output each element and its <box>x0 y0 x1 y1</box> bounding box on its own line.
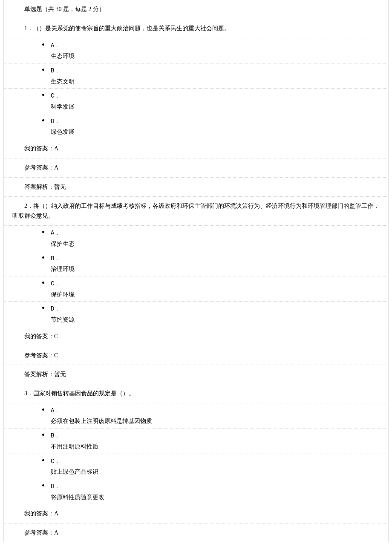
section-header: 单选题（共 30 题，每题 2 分） <box>4 0 388 19</box>
ref-answer-label: 参考答案： <box>24 352 54 359</box>
option-row: B． 生态文明 <box>4 63 388 89</box>
question-number: 1． <box>24 25 33 32</box>
option-content: C． 保护环境 <box>46 276 388 301</box>
question-stem: 国家对销售转基因食品的规定是（）。 <box>33 390 135 397</box>
question-text: 1．（）是关系党的使命宗旨的重大政治问题，也是关系民生的重大社会问题。 <box>4 19 388 38</box>
option-letter: A． <box>51 40 388 52</box>
option-letter: B． <box>51 430 388 442</box>
question-stem: 将（）纳入政府的工作目标与成绩考核指标，各级政府和环保主管部门的环境决策行为、经… <box>12 203 379 219</box>
answer-analysis: 答案解析：暂无 <box>4 178 388 197</box>
option-letter: C． <box>51 90 388 102</box>
question-number: 3． <box>24 390 33 397</box>
my-answer: 我的答案：A <box>4 504 388 523</box>
option-content: D． 绿色发展 <box>46 114 388 139</box>
question-stem: （）是关系党的使命宗旨的重大政治问题，也是关系民生的重大社会问题。 <box>33 25 230 32</box>
question-text: 3．国家对销售转基因食品的规定是（）。 <box>4 384 388 403</box>
question-number: 2． <box>24 203 33 209</box>
analysis-label: 答案解析： <box>24 184 54 190</box>
option-letter: C． <box>51 278 388 290</box>
my-answer-value: A <box>54 145 58 152</box>
option-text: 生态文明 <box>51 77 388 87</box>
option-text: 生态环境 <box>51 51 388 61</box>
option-content: C． 贴上绿色产品标识 <box>46 454 388 479</box>
ref-answer: 参考答案：C <box>4 346 388 365</box>
ref-answer-value: A <box>54 164 58 171</box>
option-text: 贴上绿色产品标识 <box>51 467 388 477</box>
option-letter: B． <box>51 65 388 77</box>
option-content: A． 必须在包装上注明该原料是转基因物质 <box>46 403 388 428</box>
option-content: B． 治理环境 <box>46 251 388 276</box>
question-text: 2．将（）纳入政府的工作目标与成绩考核指标，各级政府和环保主管部门的环境决策行为… <box>4 197 388 226</box>
option-letter: A． <box>51 227 388 239</box>
option-content: A． 保护生态 <box>46 226 388 250</box>
answer-analysis: 答案解析：暂无 <box>4 365 388 384</box>
option-letter: D． <box>51 481 388 492</box>
option-content: B． 不用注明原料性质 <box>46 428 388 453</box>
ref-answer: 参考答案：A <box>4 158 388 178</box>
option-letter: D． <box>51 303 388 315</box>
option-content: A． 生态环境 <box>46 38 388 63</box>
option-row: D． 绿色发展 <box>4 114 388 139</box>
option-text: 保护环境 <box>51 290 388 300</box>
option-letter: B． <box>51 253 388 265</box>
option-letter: D． <box>51 116 388 127</box>
option-row: D． 节约资源 <box>4 302 388 327</box>
option-letter: C． <box>51 456 388 467</box>
option-text: 治理环境 <box>51 264 388 274</box>
option-content: D． 将原料性质随意更改 <box>46 479 388 504</box>
option-content: D． 节约资源 <box>46 302 388 326</box>
my-answer: 我的答案：C <box>4 327 388 346</box>
option-row: C． 科学发展 <box>4 89 388 114</box>
option-row: D． 将原料性质随意更改 <box>4 479 388 504</box>
option-row: B． 不用注明原料性质 <box>4 428 388 454</box>
my-answer: 我的答案：A <box>4 139 388 158</box>
analysis-label: 答案解析： <box>24 371 54 377</box>
option-content: C． 科学发展 <box>46 89 388 113</box>
option-text: 节约资源 <box>51 315 388 325</box>
my-answer-value: C <box>54 333 58 339</box>
option-text: 科学发展 <box>51 102 388 112</box>
option-letter: A． <box>51 405 388 417</box>
my-answer-value: A <box>54 510 58 517</box>
option-row: C． 保护环境 <box>4 276 388 302</box>
option-row: A． 生态环境 <box>4 38 388 63</box>
option-content: B． 生态文明 <box>46 63 388 88</box>
document-container: 单选题（共 30 题，每题 2 分） 1．（）是关系党的使命宗旨的重大政治问题，… <box>3 0 389 542</box>
option-row: A． 必须在包装上注明该原料是转基因物质 <box>4 403 388 428</box>
my-answer-label: 我的答案： <box>24 510 54 517</box>
analysis-value: 暂无 <box>54 184 66 190</box>
analysis-value: 暂无 <box>54 371 66 377</box>
option-text: 将原料性质随意更改 <box>51 492 388 503</box>
ref-answer-label: 参考答案： <box>24 164 54 171</box>
my-answer-label: 我的答案： <box>24 333 54 339</box>
option-text: 保护生态 <box>51 239 388 249</box>
option-row: B． 治理环境 <box>4 251 388 276</box>
ref-answer-value: A <box>54 529 58 536</box>
option-row: C． 贴上绿色产品标识 <box>4 454 388 479</box>
option-text: 必须在包装上注明该原料是转基因物质 <box>51 416 388 426</box>
ref-answer: 参考答案：A <box>4 523 388 542</box>
ref-answer-label: 参考答案： <box>24 529 54 536</box>
option-text: 不用注明原料性质 <box>51 442 388 452</box>
option-text: 绿色发展 <box>51 127 388 137</box>
ref-answer-value: C <box>54 352 58 359</box>
my-answer-label: 我的答案： <box>24 145 54 152</box>
option-row: A． 保护生态 <box>4 226 388 251</box>
